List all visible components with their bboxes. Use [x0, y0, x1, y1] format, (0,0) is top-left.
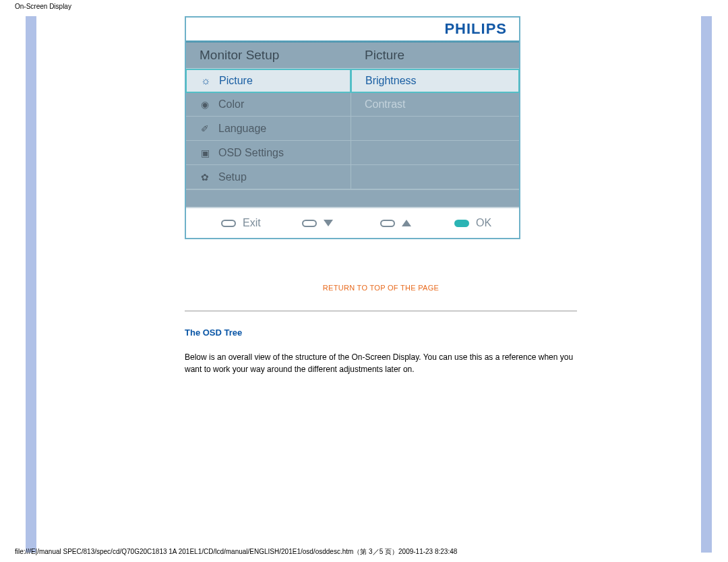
osd-sub-menu: Brightness Contrast [351, 69, 519, 189]
osd-down-button[interactable] [302, 220, 349, 227]
menu-label: Language [213, 123, 266, 135]
page-title: On-Screen Display [0, 0, 728, 10]
language-icon [197, 123, 213, 134]
osd-title-bar: Monitor Setup Picture [186, 42, 519, 68]
brand-logo: PHILIPS [444, 20, 507, 38]
osd-title-left: Monitor Setup [186, 48, 351, 63]
brightness-icon [198, 75, 214, 87]
content-area: PHILIPS Monitor Setup Picture Picture Co… [36, 16, 712, 375]
pill-icon [221, 220, 236, 227]
submenu-item-empty [351, 141, 519, 165]
chevron-up-icon [402, 220, 411, 226]
pill-icon [454, 220, 469, 227]
exit-label: Exit [243, 217, 261, 229]
menu-item-osd-settings[interactable]: OSD Settings [186, 141, 351, 165]
osd-spacer [186, 189, 519, 207]
menu-item-picture[interactable]: Picture [185, 69, 351, 93]
submenu-item-contrast[interactable]: Contrast [351, 92, 519, 117]
osd-footer-buttons: Exit OK [186, 207, 519, 238]
osd-header: PHILIPS [186, 18, 519, 40]
menu-item-color[interactable]: Color [186, 92, 351, 117]
osd-title-right: Picture [351, 48, 519, 63]
osd-tree-paragraph: Below is an overall view of the structur… [185, 351, 577, 375]
section-divider [185, 311, 577, 311]
submenu-item-empty [351, 165, 519, 189]
pill-icon [380, 220, 395, 227]
osd-up-button[interactable] [380, 220, 427, 227]
menu-label: OSD Settings [213, 147, 284, 159]
osd-panel: PHILIPS Monitor Setup Picture Picture Co… [185, 16, 520, 239]
menu-item-setup[interactable]: Setup [186, 165, 351, 189]
footer-file-path: file:///E|/manual SPEC/813/spec/cd/Q70G2… [15, 547, 457, 557]
submenu-item-empty [351, 117, 519, 141]
chevron-down-icon [324, 220, 333, 226]
pill-icon [302, 220, 317, 227]
submenu-item-brightness[interactable]: Brightness [351, 69, 520, 93]
osd-exit-button[interactable]: Exit [221, 217, 289, 229]
osd-icon [197, 148, 213, 158]
menu-label: Picture [214, 75, 253, 87]
osd-body: Picture Color Language OSD Settings [186, 68, 519, 207]
setup-icon [197, 172, 213, 183]
osd-main-menu: Picture Color Language OSD Settings [186, 69, 351, 189]
menu-label: Color [213, 98, 244, 111]
section-heading-osd-tree: The OSD Tree [185, 327, 564, 338]
color-icon [197, 99, 213, 110]
menu-label: Setup [213, 171, 247, 183]
menu-item-language[interactable]: Language [186, 117, 351, 141]
osd-ok-button[interactable]: OK [454, 217, 491, 229]
return-top-link[interactable]: RETURN TO TOP OF THE PAGE [185, 284, 577, 292]
sidebar-stripe-left [26, 16, 36, 553]
ok-label: OK [476, 217, 491, 229]
